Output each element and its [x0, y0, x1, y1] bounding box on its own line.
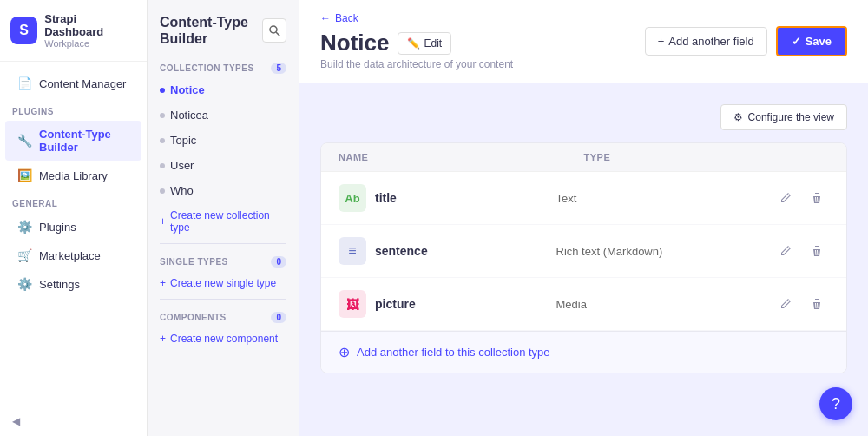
field-icon-text: Ab [339, 184, 366, 212]
sidebar-item-label: Settings [39, 278, 80, 291]
table-header: NAME TYPE [321, 143, 846, 172]
back-label: Back [335, 12, 358, 24]
create-collection-label: Create new collection type [170, 209, 286, 234]
name-header: NAME [339, 152, 584, 162]
delete-field-button[interactable] [805, 292, 829, 316]
sidebar-nav: 📄 Content Manager PLUGINS 🔧 Content-Type… [0, 62, 147, 406]
middle-item-label: Topic [170, 134, 196, 147]
middle-item-notice[interactable]: Notice [148, 77, 299, 102]
help-fab[interactable]: ? [819, 387, 852, 420]
divider [160, 299, 286, 300]
divider [160, 243, 286, 244]
collection-types-count: 5 [271, 63, 286, 74]
sidebar-item-label: Media Library [39, 169, 108, 182]
pencil-icon [779, 192, 792, 204]
plus-icon: + [160, 277, 166, 289]
field-actions [773, 292, 829, 316]
single-types-label: SINGLE TYPES [160, 257, 228, 267]
components-count: 0 [271, 312, 286, 323]
sidebar-plugins-label: PLUGINS [0, 98, 147, 120]
collapse-arrow-icon: ◀ [12, 415, 20, 427]
search-button[interactable] [262, 18, 286, 43]
middle-item-noticea[interactable]: Noticea [148, 102, 299, 128]
plus-icon: + [160, 333, 166, 345]
sidebar-item-plugins[interactable]: ⚙️ Plugins [5, 213, 141, 241]
create-collection-type-link[interactable]: + Create new collection type [148, 203, 299, 240]
configure-view-button[interactable]: ⚙ Configure the view [720, 104, 847, 130]
single-types-section-header: SINGLE TYPES 0 [148, 248, 299, 271]
brand-icon: S [10, 17, 37, 44]
main-content: ← Back Notice ✏️ Edit Build the data arc… [299, 0, 868, 436]
edit-field-button[interactable] [773, 292, 798, 316]
delete-field-button[interactable] [805, 186, 829, 210]
app-workspace: Workplace [44, 38, 136, 49]
field-name-cell: ≡ sentence [339, 237, 556, 265]
create-component-link[interactable]: + Create new component [148, 327, 299, 351]
add-field-to-collection-row[interactable]: ⊕ Add another field to this collection t… [321, 331, 846, 373]
field-type: Text [556, 192, 774, 205]
dot [160, 138, 165, 143]
middle-panel-title: Content-TypeBuilder [160, 14, 248, 47]
back-arrow-icon: ← [320, 12, 331, 24]
collapse-button[interactable]: ◀ [12, 415, 135, 427]
field-name: sentence [375, 244, 428, 258]
marketplace-icon: 🛒 [17, 248, 32, 262]
add-field-button[interactable]: + Add another field [645, 27, 767, 56]
table-row: 🖼 picture Media [321, 278, 846, 331]
middle-item-label: Noticea [170, 109, 208, 122]
page-subtitle: Build the data architecture of your cont… [320, 58, 513, 70]
settings-icon: ⚙️ [17, 277, 32, 291]
create-component-label: Create new component [170, 333, 278, 345]
search-icon [268, 24, 280, 36]
middle-panel-header: Content-TypeBuilder [148, 0, 299, 54]
collection-types-label: COLLECTION TYPES [160, 63, 254, 73]
edit-field-button[interactable] [773, 239, 798, 263]
middle-item-who[interactable]: Who [148, 178, 299, 203]
components-label: COMPONENTS [160, 313, 227, 322]
back-link[interactable]: ← Back [320, 12, 513, 24]
table-row: Ab title Text [321, 172, 846, 225]
delete-field-button[interactable] [805, 239, 829, 263]
sidebar-item-settings[interactable]: ⚙️ Settings [5, 270, 141, 298]
add-field-label: Add another field [668, 35, 753, 48]
active-dot [160, 88, 165, 93]
svg-point-0 [270, 26, 277, 33]
media-library-icon: 🖼️ [17, 168, 32, 182]
svg-line-1 [277, 33, 280, 36]
field-actions [773, 239, 829, 263]
edit-button[interactable]: ✏️ Edit [398, 32, 451, 55]
sidebar-item-marketplace[interactable]: 🛒 Marketplace [5, 241, 141, 269]
sidebar-footer: ◀ [0, 406, 147, 436]
dot [160, 163, 165, 168]
page-title-row: Notice ✏️ Edit [320, 30, 513, 56]
brand: S Strapi Dashboard Workplace [0, 0, 147, 62]
create-single-type-link[interactable]: + Create new single type [148, 271, 299, 295]
field-name: picture [375, 297, 416, 311]
components-section-header: COMPONENTS 0 [148, 303, 299, 327]
middle-item-label: Who [170, 184, 194, 197]
sidebar-item-label: Content Manager [39, 77, 126, 90]
edit-field-button[interactable] [773, 186, 798, 210]
table-row: ≡ sentence Rich text (Markdown) [321, 225, 846, 278]
sliders-icon: ⚙ [733, 111, 743, 123]
dot [160, 113, 165, 118]
trash-icon [811, 298, 823, 310]
sidebar-item-content-manager[interactable]: 📄 Content Manager [5, 69, 141, 97]
main-header: ← Back Notice ✏️ Edit Build the data arc… [299, 0, 868, 83]
field-icon-media: 🖼 [339, 290, 366, 318]
save-button[interactable]: ✓ Save [776, 26, 847, 56]
sidebar-item-content-type-builder[interactable]: 🔧 Content-Type Builder [5, 121, 141, 161]
dot [160, 188, 165, 194]
main-header-right: + Add another field ✓ Save [645, 26, 847, 56]
save-label: Save [806, 35, 832, 48]
middle-item-topic[interactable]: Topic [148, 128, 299, 153]
trash-icon [811, 245, 823, 257]
create-single-label: Create new single type [170, 277, 276, 289]
pencil-icon [779, 245, 792, 257]
sidebar-item-label: Marketplace [39, 249, 101, 262]
sidebar-item-media-library[interactable]: 🖼️ Media Library [5, 162, 141, 189]
main-header-left: ← Back Notice ✏️ Edit Build the data arc… [320, 12, 513, 70]
middle-item-user[interactable]: User [148, 153, 299, 178]
field-type: Media [556, 298, 774, 311]
sidebar-item-label: Plugins [39, 221, 76, 234]
